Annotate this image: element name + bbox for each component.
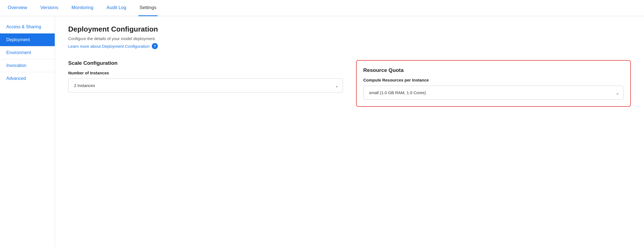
compute-resources-field-label: Compute Resources per Instance — [363, 78, 624, 82]
content-area: Deployment Configuration Configure the d… — [55, 16, 644, 247]
page-title: Deployment Configuration — [68, 25, 631, 33]
sidebar: Access & SharingDeploymentEnvironmentInv… — [0, 16, 55, 247]
compute-resources-select[interactable]: small (1.0 GB RAM, 1.0 Cores)medium (2.0… — [363, 86, 624, 100]
instances-select-wrapper: 1 Instance2 Instances3 Instances4 Instan… — [68, 78, 343, 92]
top-nav: OverviewVersionsMonitoringAudit LogSetti… — [0, 0, 644, 16]
compute-resources-select-wrapper: small (1.0 GB RAM, 1.0 Cores)medium (2.0… — [363, 86, 624, 100]
sidebar-item-access-sharing[interactable]: Access & Sharing — [0, 21, 55, 33]
top-nav-item-settings[interactable]: Settings — [138, 0, 157, 16]
resource-quota-section: Resource Quota Compute Resources per Ins… — [356, 60, 631, 107]
learn-more-text: Learn more about Deployment Configuratio… — [68, 44, 150, 49]
top-nav-item-monitoring[interactable]: Monitoring — [70, 0, 94, 16]
help-icon: ? — [152, 43, 158, 49]
top-nav-item-audit-log[interactable]: Audit Log — [105, 0, 127, 16]
resource-section-title: Resource Quota — [363, 67, 624, 73]
scale-section-title: Scale Configuration — [68, 60, 343, 66]
main-layout: Access & SharingDeploymentEnvironmentInv… — [0, 16, 644, 247]
sidebar-item-deployment[interactable]: Deployment — [0, 33, 55, 46]
sidebar-item-environment[interactable]: Environment — [0, 46, 55, 59]
sidebar-item-advanced[interactable]: Advanced — [0, 72, 55, 85]
page-subtitle: Configure the details of your model depl… — [68, 36, 631, 41]
scale-configuration-section: Scale Configuration Number of Instances … — [68, 60, 343, 92]
two-column-section: Scale Configuration Number of Instances … — [68, 60, 631, 107]
top-nav-item-versions[interactable]: Versions — [39, 0, 59, 16]
instances-field-label: Number of Instances — [68, 71, 343, 75]
sidebar-item-invocation[interactable]: Invocation — [0, 59, 55, 72]
instances-select[interactable]: 1 Instance2 Instances3 Instances4 Instan… — [68, 78, 343, 92]
top-nav-item-overview[interactable]: Overview — [7, 0, 28, 16]
learn-more-link[interactable]: Learn more about Deployment Configuratio… — [68, 43, 158, 49]
